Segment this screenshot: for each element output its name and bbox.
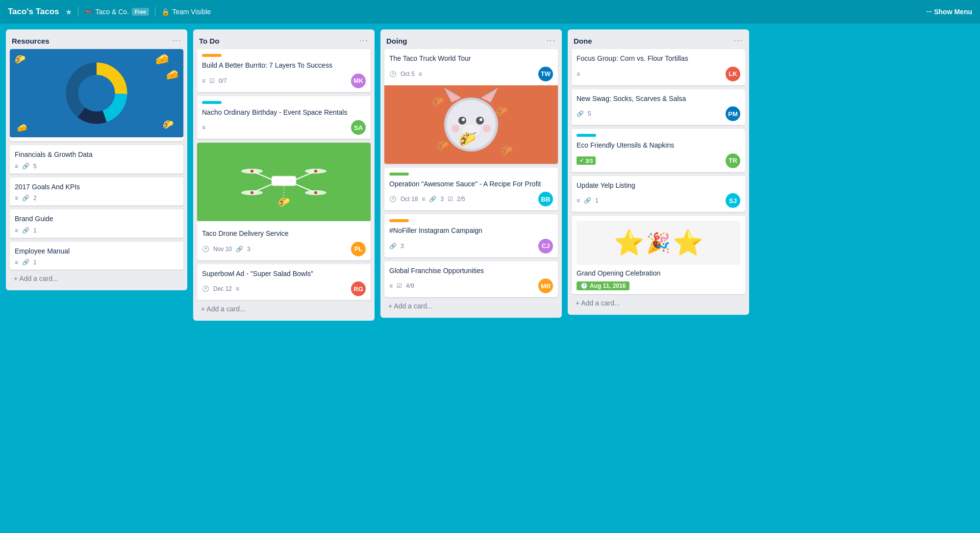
- star-1: ⭐: [614, 228, 644, 257]
- card-nacho-avatar: SA: [351, 120, 366, 135]
- column-done-menu[interactable]: ···: [734, 36, 743, 45]
- attach-icon: 🔗: [577, 110, 584, 117]
- column-resources-menu[interactable]: ···: [172, 36, 181, 45]
- column-doing-title: Doing: [386, 37, 407, 45]
- resources-add-card[interactable]: + Add a card...: [10, 272, 183, 285]
- attach-icon: 🔗: [429, 196, 436, 203]
- card-burrito[interactable]: Build A Better Burrito: 7 Layers To Succ…: [197, 49, 371, 92]
- card-swag-meta: 🔗 5: [577, 110, 591, 117]
- card-drone-title: Taco Drone Delivery Service: [202, 229, 366, 239]
- grand-opening-date: Aug 11, 2016: [590, 282, 626, 289]
- svg-point-15: [314, 170, 317, 173]
- column-doing-menu[interactable]: ···: [547, 36, 556, 45]
- card-grand-opening[interactable]: ⭐ 🎉 ⭐ Grand Opening Celebration 🕐 Aug 11…: [572, 216, 745, 294]
- lines-icon: ≡: [202, 77, 205, 84]
- column-todo-menu[interactable]: ···: [359, 36, 369, 45]
- card-nacho-label: [202, 101, 222, 104]
- check-icon: ☑: [397, 282, 402, 289]
- card-yelp[interactable]: Update Yelp Listing ≡ 🔗 1 SJ: [572, 176, 745, 212]
- card-superbowl[interactable]: Superbowl Ad - "Super Salad Bowls" 🕐 Dec…: [197, 264, 371, 301]
- svg-point-4: [79, 76, 114, 110]
- svg-text:🌮: 🌮: [432, 96, 444, 107]
- card-eco[interactable]: Eco Friendly Utensils & Napkins ✓ 3/3 TR: [572, 129, 745, 172]
- card-financials[interactable]: Financials & Growth Data ≡ 🔗 5: [10, 145, 183, 174]
- card-drone[interactable]: 🌮 Taco Drone Delivery Service 🕐 Nov 10 🔗…: [197, 143, 371, 260]
- attach-icon: 🔗: [389, 243, 397, 250]
- eco-checklist-badge: ✓ 3/3: [577, 156, 596, 165]
- attach-icon: 🔗: [584, 197, 591, 204]
- card-goals-title: 2017 Goals And KPIs: [15, 182, 178, 192]
- card-instagram-title: #NoFiller Instagram Campaign: [389, 226, 553, 236]
- lines-icon: ≡: [15, 259, 18, 266]
- clock-icon: 🕐: [580, 282, 588, 289]
- card-brand-meta: ≡ 🔗 1: [15, 227, 37, 234]
- card-yelp-title: Update Yelp Listing: [577, 181, 740, 191]
- party-icon: 🎉: [646, 231, 671, 254]
- card-superbowl-meta: 🕐 Dec 12 ≡: [202, 285, 239, 292]
- card-financials-title: Financials & Growth Data: [15, 150, 178, 160]
- card-brand[interactable]: Brand Guide ≡ 🔗 1: [10, 209, 183, 238]
- org-name[interactable]: Taco & Co.: [96, 8, 129, 16]
- svg-text:🌮: 🌮: [501, 145, 513, 156]
- resources-cards: 🌮 🧀 🧀 🧀 🌮 Financials & Growth Data ≡ 🔗 5: [10, 49, 183, 270]
- card-taco-truck-header: The Taco Truck World Tour 🕐 Oct 5 ≡ TW: [384, 49, 558, 81]
- card-goals-meta: ≡ 🔗 2: [15, 195, 37, 202]
- taco-deco-1: 🌮: [15, 54, 25, 65]
- show-menu-button[interactable]: ··· Show Menu: [927, 8, 972, 16]
- card-drone-footer: 🕐 Nov 10 🔗 3 PL: [202, 242, 366, 256]
- header: Taco's Tacos ★ 🎮 Taco & Co. Free 🔒 Team …: [0, 0, 980, 24]
- clock-icon: 🕐: [202, 285, 209, 292]
- column-todo: To Do ··· Build A Better Burrito: 7 Laye…: [193, 29, 375, 321]
- card-burrito-avatar: MK: [351, 74, 366, 88]
- team-info: 🔒 Team Visible: [161, 8, 211, 16]
- card-awesome-sauce[interactable]: Operation "Awesome Sauce" - A Recipe For…: [384, 168, 558, 211]
- column-resources: Resources ··· 🌮 🧀 �: [6, 29, 187, 290]
- attach-count: 3: [401, 243, 404, 250]
- header-divider-2: [155, 7, 155, 17]
- attach-icon: 🔗: [22, 195, 29, 202]
- card-franchise[interactable]: Global Franchise Opportunities ≡ ☑ 4/9 M…: [384, 261, 558, 298]
- star-icon[interactable]: ★: [65, 7, 72, 17]
- board-title: Taco's Tacos: [8, 7, 59, 17]
- lines-icon: ≡: [389, 282, 393, 289]
- card-burrito-footer: ≡ ☑ 0/7 MK: [202, 74, 366, 88]
- resource-bg-image: 🌮 🧀 🧀 🧀 🌮: [10, 49, 183, 137]
- card-superbowl-avatar: RG: [351, 281, 366, 296]
- show-menu-label[interactable]: Show Menu: [934, 8, 972, 16]
- attach-icon: 🔗: [236, 246, 243, 253]
- card-nacho[interactable]: Nacho Ordinary Birthday - Event Space Re…: [197, 96, 371, 139]
- card-focus-title: Focus Group: Corn vs. Flour Tortillas: [577, 54, 740, 64]
- eco-checklist-count: 3/3: [585, 158, 593, 164]
- card-grand-opening-meta: 🕐 Aug 11, 2016: [577, 281, 629, 290]
- org-badge: Free: [132, 8, 149, 16]
- doing-add-card[interactable]: + Add a card...: [384, 299, 558, 313]
- svg-point-33: [479, 118, 482, 121]
- card-brand-footer: ≡ 🔗 1: [15, 227, 178, 234]
- header-divider-1: [78, 7, 78, 17]
- drone-image: 🌮: [197, 143, 371, 221]
- attach-count: 1: [33, 227, 37, 234]
- taco-deco-2: 🧀: [155, 53, 169, 66]
- todo-add-card[interactable]: + Add a card...: [197, 302, 371, 316]
- card-brand-title: Brand Guide: [15, 214, 178, 224]
- done-add-card[interactable]: + Add a card...: [572, 296, 745, 310]
- card-employee[interactable]: Employee Manual ≡ 🔗 1: [10, 242, 183, 270]
- resource-image-card: 🌮 🧀 🧀 🧀 🌮: [10, 49, 183, 141]
- card-instagram-avatar: CJ: [538, 239, 553, 254]
- svg-rect-5: [272, 176, 296, 186]
- column-done-title: Done: [574, 37, 592, 45]
- check-icon-small: ✓: [579, 157, 584, 164]
- lines-icon: ≡: [15, 163, 18, 170]
- card-instagram-meta: 🔗 3: [389, 243, 404, 250]
- card-taco-truck[interactable]: The Taco Truck World Tour 🕐 Oct 5 ≡ TW 🌮…: [384, 49, 558, 164]
- lines-icon: ≡: [15, 195, 18, 202]
- taco-deco-4: 🧀: [166, 69, 178, 80]
- card-goals[interactable]: 2017 Goals And KPIs ≡ 🔗 2: [10, 178, 183, 206]
- card-focus-group[interactable]: Focus Group: Corn vs. Flour Tortillas ≡ …: [572, 49, 745, 85]
- card-swag[interactable]: New Swag: Socks, Scarves & Salsa 🔗 5 PM: [572, 89, 745, 126]
- svg-point-16: [251, 191, 253, 194]
- card-franchise-avatar: MR: [538, 279, 553, 293]
- attach-count: 2: [33, 195, 37, 202]
- wolf-image: 🌮 🌮 🌮 🌮: [384, 85, 558, 164]
- card-instagram[interactable]: #NoFiller Instagram Campaign 🔗 3 CJ: [384, 214, 558, 257]
